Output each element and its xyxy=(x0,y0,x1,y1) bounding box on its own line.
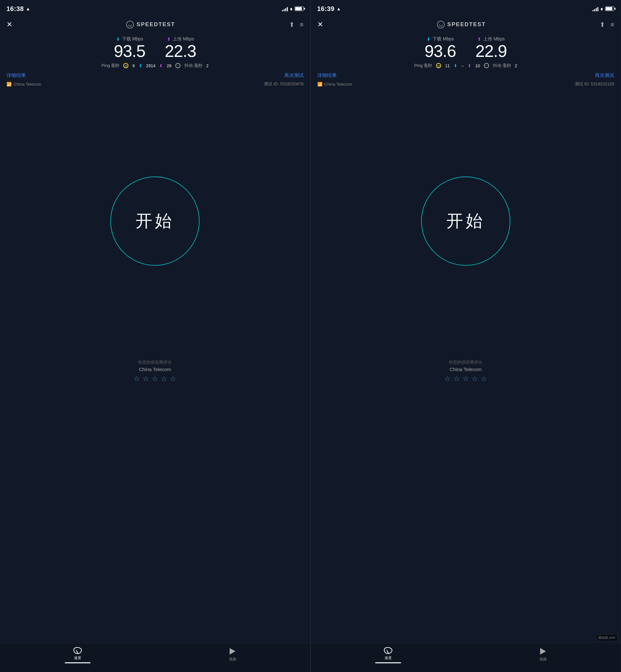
left-test-id: 测试 ID: 5318220878 xyxy=(264,81,303,87)
left-nav-video-label: 视频 xyxy=(229,657,236,662)
right-nav-speed-label: 速度 xyxy=(384,656,392,660)
left-time: 16:38 xyxy=(6,5,24,13)
left-jitter-icon: ~ xyxy=(175,63,180,68)
left-download-small-value: 2914 xyxy=(146,63,156,68)
right-location-icon: ▲ xyxy=(336,6,341,11)
left-jitter-label: 抖动 毫秒 xyxy=(184,63,203,69)
right-ping-value: 11 xyxy=(445,63,450,68)
left-nav-video[interactable]: 视频 xyxy=(155,646,310,662)
right-retest-link[interactable]: 再次测试 xyxy=(595,73,614,79)
left-start-text: 开始 xyxy=(135,210,174,232)
right-provider-name: China Telecom xyxy=(324,82,352,87)
left-share-button[interactable]: ⬆ xyxy=(289,21,295,29)
left-download-value: 93.5 xyxy=(114,43,145,59)
right-app-header: ✕ SPEEDTEST ⬆ ≡ xyxy=(311,16,621,33)
left-status-bar: 16:38 ▲ ∎ xyxy=(0,0,310,16)
left-rating-provider: China Telecom xyxy=(139,366,171,372)
left-nav-speed-label: 速度 xyxy=(74,656,81,660)
right-star-5[interactable]: ☆ xyxy=(481,375,487,383)
left-battery-icon xyxy=(295,6,304,11)
right-ping-label: Ping 毫秒 xyxy=(414,63,432,69)
right-close-button[interactable]: ✕ xyxy=(317,20,323,29)
left-menu-button[interactable]: ≡ xyxy=(300,21,304,29)
right-links-row: 详细结果 再次测试 xyxy=(311,71,621,81)
right-star-1[interactable]: ☆ xyxy=(444,375,451,383)
right-star-2[interactable]: ☆ xyxy=(453,375,460,383)
right-share-button[interactable]: ⬆ xyxy=(599,21,605,29)
left-logo: SPEEDTEST xyxy=(126,21,175,29)
left-retest-link[interactable]: 再次测试 xyxy=(284,73,304,79)
right-jitter-value: 2 xyxy=(515,63,517,68)
left-logo-text: SPEEDTEST xyxy=(136,21,175,28)
right-star-4[interactable]: ☆ xyxy=(471,375,478,383)
right-signal-icon xyxy=(592,6,598,11)
left-star-2[interactable]: ☆ xyxy=(142,375,149,383)
left-ping-value: 9 xyxy=(132,63,134,68)
left-location-icon: ▲ xyxy=(26,6,30,11)
right-wifi-icon: ∎ xyxy=(600,6,603,11)
left-nav-speed[interactable]: 速度 xyxy=(0,646,155,663)
right-upload-icon: ⬆ xyxy=(478,37,481,42)
left-download-label: 下载 Mbps xyxy=(122,36,143,42)
left-detail-link[interactable]: 详细结果 xyxy=(6,73,26,79)
right-upload-label: 上传 Mbps xyxy=(483,36,505,42)
left-star-1[interactable]: ☆ xyxy=(134,375,140,383)
right-download-label: 下载 Mbps xyxy=(432,36,454,42)
right-upload-value: 22.9 xyxy=(475,43,507,59)
left-status-icons: ∎ xyxy=(282,6,304,11)
left-phone: 16:38 ▲ ∎ ✕ SPEEDTEST xyxy=(0,0,310,672)
right-menu-button[interactable]: ≡ xyxy=(610,21,614,29)
left-ping-icon: ◎ xyxy=(123,63,128,68)
left-star-5[interactable]: ☆ xyxy=(170,375,176,383)
left-star-4[interactable]: ☆ xyxy=(161,375,167,383)
right-nav-video-label: 视频 xyxy=(539,657,547,662)
right-nav-video[interactable]: 视频 xyxy=(466,646,621,662)
left-app-header: ✕ SPEEDTEST ⬆ ≡ xyxy=(0,16,310,33)
right-download-icon: ⬇ xyxy=(427,37,430,42)
left-ping-row: Ping 毫秒 ◎ 9 ⬇ 2914 ⬆ 29 ~ 抖动 毫秒 2 xyxy=(6,61,304,71)
right-detail-link[interactable]: 详细结果 xyxy=(317,73,337,79)
right-rating-section: 给您的供应商评分 China Telecom ☆ ☆ ☆ ☆ ☆ xyxy=(311,353,621,393)
right-logo-text: SPEEDTEST xyxy=(447,21,486,28)
right-speed-results: ⬇ 下载 Mbps 93.6 ⬆ 上传 Mbps 22.9 Ping 毫秒 ◎ … xyxy=(311,33,621,71)
right-star-3[interactable]: ☆ xyxy=(462,375,469,383)
right-play-icon xyxy=(540,647,546,656)
left-close-button[interactable]: ✕ xyxy=(6,20,12,29)
right-time: 16:39 xyxy=(317,5,335,13)
right-test-id: 测试 ID: 5318222120 xyxy=(575,81,614,87)
right-logo: SPEEDTEST xyxy=(437,21,486,29)
right-start-button[interactable]: 开始 xyxy=(420,176,511,266)
right-download-value: 93.6 xyxy=(425,43,456,59)
right-down-small-icon: ⬇ xyxy=(454,63,457,68)
left-provider-name: China Telecom xyxy=(13,82,41,87)
right-status-bar: 16:39 ▲ ∎ xyxy=(311,0,621,16)
right-start-text: 开始 xyxy=(446,210,485,232)
left-jitter-value: 2 xyxy=(206,63,209,68)
left-speedometer-icon xyxy=(73,647,82,654)
right-upload-item: ⬆ 上传 Mbps 22.9 xyxy=(475,36,507,59)
left-upload-item: ⬆ 上传 Mbps 22.3 xyxy=(165,36,196,59)
right-circle-container: 开始 xyxy=(311,90,621,353)
left-play-icon xyxy=(230,647,236,656)
left-circle-container: 开始 xyxy=(0,90,310,353)
left-star-3[interactable]: ☆ xyxy=(152,375,158,383)
right-stars[interactable]: ☆ ☆ ☆ ☆ ☆ xyxy=(444,375,487,383)
left-signal-icon xyxy=(282,6,288,11)
left-speedtest-logo-icon xyxy=(126,21,134,29)
left-links-row: 详细结果 再次测试 xyxy=(0,71,310,81)
left-down-small-icon: ⬇ xyxy=(139,63,142,68)
right-battery-icon xyxy=(605,6,614,11)
left-upload-label: 上传 Mbps xyxy=(173,36,194,42)
left-stars[interactable]: ☆ ☆ ☆ ☆ ☆ xyxy=(134,375,176,383)
svg-point-3 xyxy=(388,653,389,654)
left-start-button[interactable]: 开始 xyxy=(110,176,200,266)
left-nav-speed-indicator xyxy=(65,662,91,663)
right-download-small-value: -- xyxy=(461,63,464,68)
right-phone: 16:39 ▲ ∎ ✕ SPEEDTEST xyxy=(311,0,621,672)
right-ping-row: Ping 毫秒 ◎ 11 ⬇ -- ⬆ 10 ~ 抖动 毫秒 2 xyxy=(317,61,615,71)
right-speedometer-icon xyxy=(384,647,392,654)
right-upload-small-value: 10 xyxy=(475,63,480,68)
right-nav-speed[interactable]: 速度 xyxy=(311,646,466,663)
right-jitter-label: 抖动 毫秒 xyxy=(493,63,511,69)
left-download-item: ⬇ 下载 Mbps 93.5 xyxy=(114,36,145,59)
